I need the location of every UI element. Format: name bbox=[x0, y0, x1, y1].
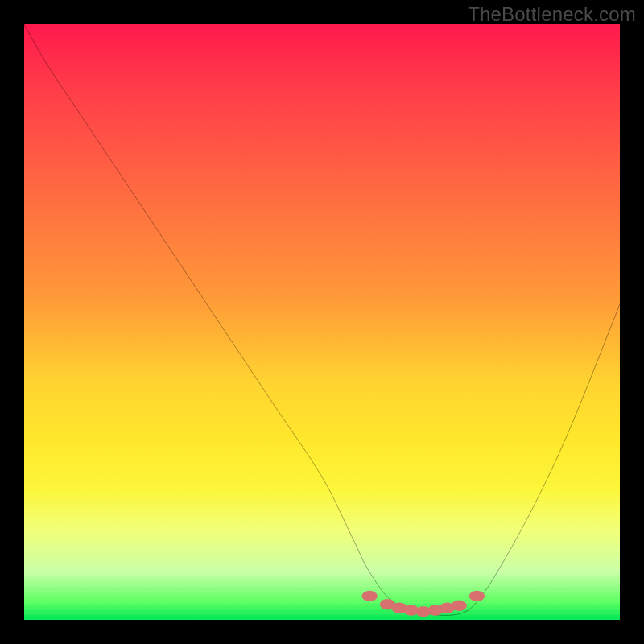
optimal-dot bbox=[362, 591, 378, 601]
optimal-dot bbox=[452, 601, 467, 611]
optimal-region-dots bbox=[24, 24, 620, 620]
plot-area bbox=[24, 24, 620, 620]
optimal-dot bbox=[469, 591, 485, 601]
watermark-text: TheBottleneck.com bbox=[468, 3, 636, 26]
dot-group bbox=[362, 591, 485, 617]
chart-frame: TheBottleneck.com bbox=[0, 0, 644, 644]
